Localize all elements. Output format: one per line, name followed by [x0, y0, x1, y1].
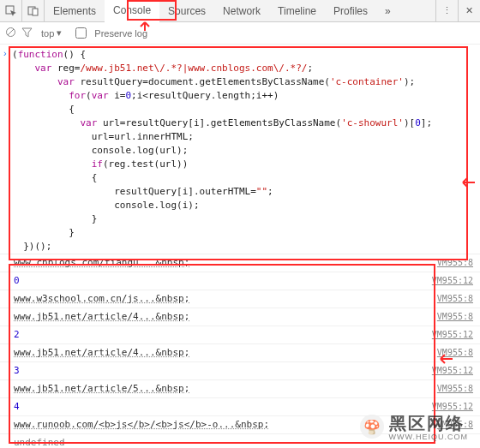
log-message: 2: [14, 327, 20, 343]
tab-profiles[interactable]: Profiles: [325, 0, 376, 21]
tab-sources[interactable]: Sources: [159, 0, 214, 21]
log-row: www.cnblogs.com/tiangu...&nbsp;VM955:8: [0, 254, 480, 272]
watermark-subtitle: WWW.HEIQU.COM: [389, 433, 469, 441]
log-source-link[interactable]: VM955:12: [432, 327, 473, 343]
overflow-menu-icon[interactable]: ⋮: [435, 0, 458, 21]
log-message: www.jb51.net/article/5...&nbsp;: [14, 381, 189, 397]
chevron-down-icon: ▾: [57, 27, 62, 39]
log-message: 3: [14, 363, 20, 379]
tab-timeline[interactable]: Timeline: [269, 0, 325, 21]
log-message: www.runoob.com/<b>js</b>/<b>js</b>-o...&…: [14, 417, 269, 433]
log-row: www.jb51.net/article/4...&nbsp;VM955:8: [0, 344, 480, 362]
tab-network[interactable]: Network: [214, 0, 269, 21]
log-source-link[interactable]: VM955:12: [432, 273, 473, 289]
console-toolbar: top ▾ Preserve log: [0, 22, 480, 45]
log-row: www.w3school.com.cn/js...&nbsp;VM955:8: [0, 290, 480, 308]
log-source-link[interactable]: VM955:8: [437, 291, 473, 307]
tab-more[interactable]: »: [376, 0, 399, 21]
log-row: 2VM955:12: [0, 326, 480, 344]
tab-console[interactable]: Console: [105, 0, 159, 22]
tab-elements[interactable]: Elements: [45, 0, 105, 21]
log-row: www.jb51.net/article/5...&nbsp;VM955:8: [0, 380, 480, 398]
log-source-link[interactable]: VM955:12: [432, 363, 473, 379]
log-message: 0: [14, 273, 20, 289]
log-row: www.jb51.net/article/4...&nbsp;VM955:8: [0, 308, 480, 326]
devtools-tabbar: Elements Console Sources Network Timelin…: [0, 0, 480, 22]
filter-icon[interactable]: [21, 27, 33, 39]
svg-line-4: [8, 29, 14, 35]
watermark: 🍄 黑区网络 WWW.HEIQU.COM: [360, 412, 469, 441]
log-message: www.jb51.net/article/4...&nbsp;: [14, 309, 189, 325]
log-message: www.cnblogs.com/tiangu...&nbsp;: [14, 255, 189, 271]
watermark-title: 黑区网络: [389, 412, 469, 435]
log-source-link[interactable]: VM955:8: [437, 381, 473, 397]
device-toggle-icon[interactable]: [22, 0, 45, 21]
watermark-icon: 🍄: [360, 415, 384, 439]
context-label: top: [41, 28, 54, 39]
svg-rect-2: [33, 9, 38, 15]
log-message: www.jb51.net/article/4...&nbsp;: [14, 345, 189, 361]
log-row: 3VM955:12: [0, 362, 480, 380]
preserve-log-checkbox[interactable]: [75, 27, 87, 39]
preserve-log-label: Preserve log: [94, 28, 147, 39]
log-source-link[interactable]: VM955:8: [437, 255, 473, 271]
inspect-icon[interactable]: [0, 0, 22, 21]
log-row: 0VM955:12: [0, 272, 480, 290]
log-source-link[interactable]: VM955:8: [437, 345, 473, 361]
console-input[interactable]: (function() { var reg=/www.jb51.net\/.*?…: [0, 45, 480, 254]
log-message: undefined: [14, 435, 65, 448]
clear-console-icon[interactable]: [5, 27, 16, 39]
log-source-link[interactable]: VM955:8: [437, 309, 473, 325]
context-selector[interactable]: top ▾: [38, 27, 65, 39]
log-message: www.w3school.com.cn/js...&nbsp;: [14, 291, 189, 307]
log-message: 4: [14, 399, 20, 415]
console-prompt-icon: ›: [3, 48, 7, 58]
close-devtools-icon[interactable]: ✕: [458, 0, 480, 21]
